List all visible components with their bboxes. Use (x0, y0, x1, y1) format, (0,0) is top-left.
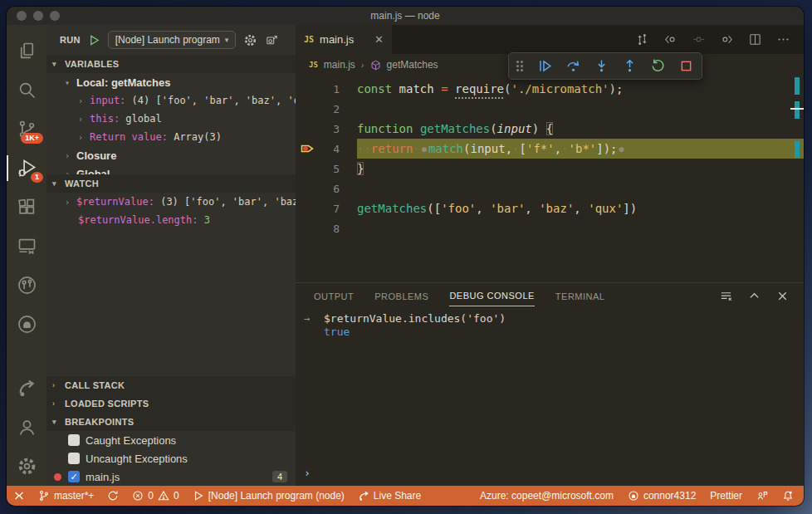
code-line[interactable]: 7getMatches(['foo', 'bar', 'baz', 'qux']… (296, 198, 804, 218)
breakpoint-row[interactable]: ✓ main.js 4 (46, 467, 296, 486)
variable-row[interactable]: › input: (4) ['foo', 'bar', 'baz', 'qux'… (46, 91, 296, 110)
global-row[interactable]: › Global (46, 164, 296, 174)
line-number: 3 (296, 123, 357, 135)
activity-remote-explorer[interactable] (7, 227, 46, 266)
closure-row[interactable]: › Closure (46, 146, 296, 164)
formatter-status[interactable]: Prettier (710, 490, 742, 502)
debug-toolbar (508, 52, 702, 80)
activity-run-debug[interactable]: 1 (7, 149, 46, 188)
code-line[interactable]: 3function getMatches(input) { (296, 119, 804, 139)
tab-output[interactable]: OUTPUT (314, 286, 354, 306)
debug-settings-button[interactable] (243, 33, 257, 47)
activity-github[interactable] (7, 305, 46, 344)
maximize-panel-icon[interactable] (748, 290, 761, 302)
close-panel-icon[interactable] (776, 290, 789, 302)
activity-accounts[interactable] (7, 408, 46, 447)
console-expression-row: → $returnValue.includes('foo') (304, 312, 804, 326)
overview-ruler-mark (795, 101, 800, 119)
uncaught-exceptions-checkbox[interactable] (68, 453, 80, 464)
restart-button[interactable] (650, 58, 666, 74)
remote-icon (13, 490, 25, 502)
zoom-window-button[interactable] (50, 11, 60, 21)
split-editor-icon[interactable] (748, 32, 762, 47)
open-debug-console-button[interactable] (265, 33, 279, 47)
close-tab-icon[interactable]: ✕ (374, 33, 384, 46)
activity-explorer[interactable] (7, 32, 46, 71)
console-input-prompt[interactable]: › (304, 467, 311, 479)
previous-change-icon[interactable] (663, 32, 677, 47)
breadcrumb-symbol[interactable]: getMatches (387, 59, 438, 71)
current-change-icon[interactable] (692, 32, 706, 47)
tab-terminal[interactable]: TERMINAL (555, 286, 605, 306)
sync-changes-button[interactable] (107, 490, 119, 502)
step-into-button[interactable] (594, 58, 609, 74)
editor-gutter[interactable]: 2 (296, 99, 357, 119)
start-debug-button[interactable] (88, 34, 100, 47)
debug-console-output[interactable]: → $returnValue.includes('foo') true (296, 308, 804, 339)
clear-console-icon[interactable] (720, 290, 732, 302)
code-line[interactable]: 5} (296, 159, 804, 179)
editor-gutter[interactable]: 5 (296, 159, 357, 179)
editor-gutter[interactable]: 3 (296, 119, 357, 139)
code-line[interactable]: 6 (296, 179, 804, 198)
activity-pull-requests[interactable] (7, 266, 46, 305)
loaded-scripts-section-header[interactable]: › LOADED SCRIPTS (46, 394, 296, 413)
breadcrumb-file[interactable]: main.js (324, 59, 355, 71)
call-stack-section-header[interactable]: › CALL STACK (46, 376, 296, 394)
launch-config-dropdown[interactable]: [Node] Launch program ▾ (108, 31, 237, 49)
git-branch-status[interactable]: master*+ (38, 490, 94, 502)
stop-button[interactable] (678, 58, 694, 74)
tab-mainjs[interactable]: JS main.js ✕ (296, 25, 392, 54)
step-over-button[interactable] (565, 58, 581, 74)
code-line[interactable]: 2 (296, 99, 804, 119)
breakpoint-row[interactable]: Caught Exceptions (46, 431, 296, 449)
feedback-button[interactable] (756, 490, 768, 502)
drag-handle[interactable] (516, 61, 523, 71)
notifications-button[interactable] (782, 490, 794, 502)
activity-source-control[interactable]: 1K+ (7, 110, 46, 149)
open-changes-icon[interactable] (635, 32, 649, 47)
activity-search[interactable] (7, 71, 46, 110)
minimize-window-button[interactable] (33, 11, 43, 21)
breakpoint-row[interactable]: Uncaught Exceptions (46, 449, 296, 467)
tab-debug-console[interactable]: DEBUG CONSOLE (449, 285, 534, 306)
active-debug-session[interactable]: [Node] Launch program (node) (193, 490, 345, 502)
problems-status[interactable]: 0 0 (132, 490, 179, 502)
azure-account-status[interactable]: Azure: copeet@microsoft.com (480, 490, 614, 502)
code-line[interactable]: 1const match = require('./micromatch'); (296, 79, 804, 99)
tab-problems[interactable]: PROBLEMS (374, 286, 428, 306)
watch-row[interactable]: $returnValue.length: 3 (46, 211, 296, 229)
editor-gutter[interactable]: 7 (296, 198, 357, 218)
run-toolbar: RUN [Node] Launch program ▾ (46, 25, 296, 55)
line-number: 5 (296, 163, 357, 175)
caught-exceptions-checkbox[interactable] (68, 434, 80, 446)
code-line[interactable]: 8 (296, 218, 804, 238)
activity-live-share[interactable] (7, 369, 46, 408)
editor-region: JS main.js ✕ JS main.js › getMa (296, 25, 804, 486)
code-line[interactable]: 4··return·●match(input,·['f*',·'b*']);● (296, 139, 804, 159)
variable-row[interactable]: › Return value: Array(3) (46, 128, 296, 146)
watch-row[interactable]: › $returnValue: (3) ['foo', 'bar', 'baz'… (46, 193, 296, 211)
next-change-icon[interactable] (720, 32, 734, 47)
activity-settings[interactable] (7, 447, 46, 486)
live-share-status[interactable]: Live Share (358, 490, 421, 502)
mainjs-breakpoint-checkbox[interactable]: ✓ (68, 471, 80, 482)
continue-button[interactable] (537, 58, 553, 74)
remote-indicator[interactable] (13, 490, 25, 502)
more-actions-icon[interactable] (776, 32, 790, 47)
github-account-status[interactable]: connor4312 (628, 490, 696, 502)
editor-gutter[interactable]: 1 (296, 79, 357, 99)
watch-section-header[interactable]: ▾ WATCH (46, 174, 296, 193)
code-editor[interactable]: 1const match = require('./micromatch');2… (296, 76, 804, 282)
editor-gutter[interactable]: 6 (296, 179, 357, 198)
title-bar[interactable]: main.js — node (7, 7, 804, 25)
step-out-button[interactable] (622, 58, 638, 74)
breakpoints-section-header[interactable]: ▾ BREAKPOINTS (46, 413, 296, 431)
variables-section-header[interactable]: ▾ VARIABLES (46, 55, 296, 73)
scope-row[interactable]: ▾ Local: getMatches (46, 73, 296, 91)
activity-extensions[interactable] (7, 188, 46, 227)
editor-gutter[interactable]: 8 (296, 218, 357, 238)
editor-gutter[interactable]: 4 (296, 139, 357, 159)
close-window-button[interactable] (17, 11, 27, 21)
variable-row[interactable]: › this: global (46, 110, 296, 128)
